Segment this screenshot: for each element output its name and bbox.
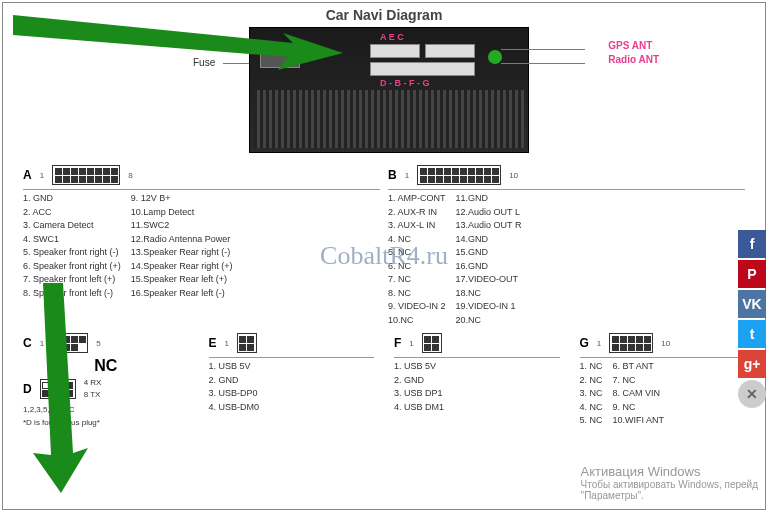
connector-a-block: A 1 8 1. GND2. ACC3. Camera Detect4. SWC… — [23, 165, 380, 327]
connector-grid-top: A 1 8 1. GND2. ACC3. Camera Detect4. SWC… — [7, 165, 761, 327]
radio-ant-label: Radio ANT — [608, 53, 659, 67]
connector-f-block: F 1 1. USB 5V2. GND3. USB DP14. USB DM1 — [394, 333, 560, 428]
share-twitter-button[interactable]: t — [738, 320, 766, 348]
pins-f-list: 1. USB 5V2. GND3. USB DP14. USB DM1 — [394, 360, 560, 414]
pin-num: 1 — [597, 339, 601, 348]
connector-slot-top-left — [370, 44, 420, 58]
conn-a-diagram — [52, 165, 120, 185]
share-gplus-button[interactable]: g+ — [738, 350, 766, 378]
conn-c-label: C — [23, 336, 32, 350]
fuse-label: Fuse — [193, 57, 215, 68]
pin-num: 1 — [40, 339, 44, 348]
conn-d-side-labels: 4 RX 8 TX — [84, 377, 102, 401]
close-share-button[interactable]: ✕ — [738, 380, 766, 408]
conn-f-diagram — [422, 333, 442, 353]
bottom-conn-letters: D - B - F - G — [380, 78, 430, 88]
conn-c-diagram — [52, 333, 88, 353]
power-led-icon — [488, 50, 502, 64]
social-share-bar: f P VK t g+ ✕ — [738, 230, 766, 408]
pin-num: 10 — [509, 171, 518, 180]
head-unit-body: A E C D - B - F - G — [249, 27, 529, 153]
pin-num: 1 — [40, 171, 44, 180]
connector-g-block: G 1 10 1. NC2. NC3. NC4. NC5. NC 6. BT A… — [580, 333, 746, 428]
conn-f-label: F — [394, 336, 401, 350]
pin-num: 8 — [128, 171, 132, 180]
share-facebook-button[interactable]: f — [738, 230, 766, 258]
connector-slot-top-right — [425, 44, 475, 58]
pins-d-footer: *D is for canbus plug* — [23, 418, 189, 427]
conn-b-diagram — [417, 165, 501, 185]
heatsink-fins — [254, 90, 524, 148]
head-unit-diagram: Fuse A E C D - B - F - G GPS ANT Radio A… — [189, 27, 579, 157]
pin-num: 1 — [405, 171, 409, 180]
conn-b-label: B — [388, 168, 397, 182]
share-pinterest-button[interactable]: P — [738, 260, 766, 288]
connector-b-block: B 1 10 1. AMP-CONT2. AUX-R IN3. AUX-L IN… — [388, 165, 745, 327]
antenna-labels: GPS ANT Radio ANT — [608, 39, 659, 67]
gps-ant-label: GPS ANT — [608, 39, 659, 53]
pin-num: 1 — [409, 339, 413, 348]
connector-slot-bottom — [370, 62, 475, 76]
fuse-port — [260, 48, 300, 68]
connector-c-d-block: C 1 5 NC D 4 RX 8 TX 1,2,3,5,6,7 N — [23, 333, 189, 428]
share-vk-button[interactable]: VK — [738, 290, 766, 318]
conn-e-label: E — [209, 336, 217, 350]
pin-num: 5 — [96, 339, 100, 348]
pins-g-left: 1. NC2. NC3. NC4. NC5. NC — [580, 360, 603, 428]
connector-e-block: E 1 1. USB 5V2. GND3. USB-DP04. USB-DM0 — [209, 333, 375, 428]
pin-num: 10 — [661, 339, 670, 348]
pins-b-left: 1. AMP-CONT2. AUX-R IN3. AUX-L IN4. NC5.… — [388, 192, 446, 327]
conn-d-label: D — [23, 382, 32, 396]
pins-a-right: 9. 12V B+10.Lamp Detect11.SWC212.Radio A… — [131, 192, 233, 300]
pins-b-right: 11.GND12.Audio OUT L13.Audio OUT R14.GND… — [456, 192, 522, 327]
pins-g-right: 6. BT ANT7. NC8. CAM VIN9. NC10.WIFI ANT — [613, 360, 665, 428]
conn-d-diagram — [40, 379, 76, 399]
conn-g-diagram — [609, 333, 653, 353]
radio-leader-line — [501, 63, 585, 64]
conn-a-label: A — [23, 168, 32, 182]
top-conn-letters: A E C — [380, 32, 404, 42]
diagram-frame: Car Navi Diagram Fuse A E C D - B - F - … — [2, 2, 766, 510]
pins-a-left: 1. GND2. ACC3. Camera Detect4. SWC15. Sp… — [23, 192, 121, 300]
conn-e-diagram — [237, 333, 257, 353]
connector-grid-bottom: C 1 5 NC D 4 RX 8 TX 1,2,3,5,6,7 N — [7, 327, 761, 434]
page-title: Car Navi Diagram — [7, 7, 761, 23]
pin-num: 1 — [225, 339, 229, 348]
conn-g-label: G — [580, 336, 589, 350]
nc-label: NC — [23, 357, 189, 375]
pins-d-note: 1,2,3,5,6,7 NC — [23, 405, 189, 414]
gps-leader-line — [501, 49, 585, 50]
pins-e-list: 1. USB 5V2. GND3. USB-DP04. USB-DM0 — [209, 360, 375, 414]
